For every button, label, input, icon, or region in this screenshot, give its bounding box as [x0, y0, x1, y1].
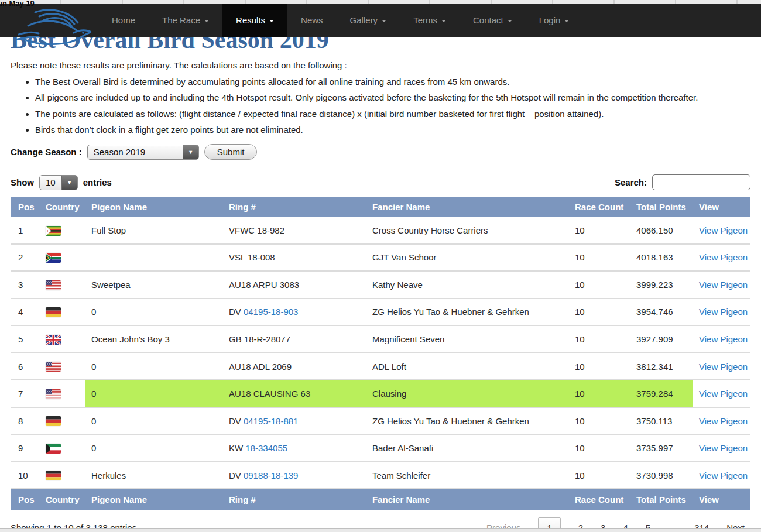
- cell-fancier: GJT Van Schoor: [366, 244, 569, 272]
- cell-pos: 1: [11, 217, 40, 244]
- nav-item-contact[interactable]: Contact: [460, 4, 526, 37]
- cell-fancier: ZG Helios Yu Tao & Huebner & Gehrken: [366, 407, 569, 435]
- cell-pos: 7: [11, 380, 40, 407]
- season-select-value: Season 2019: [88, 145, 183, 159]
- cell-pos: 4: [11, 298, 40, 326]
- page-length-select[interactable]: 10 ▼: [39, 175, 78, 190]
- column-header-fancier-name[interactable]: Fancier Name: [366, 489, 569, 510]
- ring-link[interactable]: 04195-18-903: [244, 307, 298, 317]
- cell-total-points: 3999.223: [630, 271, 693, 298]
- cell-fancier: ADL Loft: [366, 353, 569, 380]
- ring-link[interactable]: 18-334055: [245, 443, 287, 453]
- view-pigeon-link[interactable]: View Pigeon: [699, 443, 748, 453]
- table-row: 7 0AU18 CLAUSING 63Clausing103759.284Vie…: [11, 380, 750, 407]
- cell-race-count: 10: [569, 217, 630, 244]
- change-season-label: Change Season :: [11, 147, 82, 157]
- column-header-pos[interactable]: Pos: [11, 489, 40, 510]
- cell-pos: 9: [11, 434, 40, 462]
- bullet-item: All pigeons are included up to and inclu…: [35, 92, 750, 104]
- table-row: 5 Ocean John's Boy 3GB 18-R-28077Magnifi…: [11, 325, 750, 353]
- column-header-ring-[interactable]: Ring #: [223, 489, 366, 510]
- chevron-down-icon: [204, 20, 209, 22]
- cell-total-points: 3735.997: [630, 434, 693, 462]
- nav-item-home[interactable]: Home: [98, 4, 149, 37]
- view-pigeon-link[interactable]: View Pigeon: [699, 334, 748, 344]
- flag-kw-icon: [46, 442, 61, 452]
- nav-item-label: Home: [112, 15, 135, 25]
- chevron-down-icon: [508, 20, 512, 22]
- cell-race-count: 10: [569, 298, 630, 326]
- cell-race-count: 10: [569, 434, 630, 462]
- cell-fancier: Bader Al-Sanafi: [366, 434, 569, 462]
- results-table: PosCountryPigeon NameRing #Fancier NameR…: [11, 197, 750, 510]
- cell-pigeon-name: Ocean John's Boy 3: [85, 325, 223, 353]
- nav-item-login[interactable]: Login: [526, 4, 583, 37]
- view-pigeon-link[interactable]: View Pigeon: [699, 362, 748, 372]
- cell-pos: 5: [11, 325, 40, 353]
- flag-za-icon: [46, 252, 61, 262]
- column-header-race-count[interactable]: Race Count: [569, 489, 630, 510]
- nav-item-the-race[interactable]: The Race: [149, 4, 222, 37]
- column-header-ring-[interactable]: Ring #: [223, 197, 366, 217]
- cell-fancier: Magnificent Seven: [366, 325, 569, 353]
- column-header-pos[interactable]: Pos: [11, 197, 40, 217]
- cell-ring: KW 18-334055: [223, 434, 366, 462]
- view-pigeon-link[interactable]: View Pigeon: [699, 416, 748, 426]
- cell-total-points: 3730.998: [630, 462, 693, 489]
- bullet-list: The Best Overall Bird is determined by a…: [26, 76, 750, 136]
- view-pigeon-link[interactable]: View Pigeon: [699, 252, 748, 262]
- nav-item-terms[interactable]: Terms: [400, 4, 460, 37]
- column-header-country[interactable]: Country: [40, 489, 85, 510]
- column-header-pigeon-name[interactable]: Pigeon Name: [85, 197, 223, 217]
- nav-item-gallery[interactable]: Gallery: [337, 4, 400, 37]
- search-label: Search:: [615, 177, 647, 187]
- column-header-country[interactable]: Country: [40, 197, 85, 217]
- flag-de-icon: [46, 470, 61, 480]
- table-row: 6 0AU18 ADL 2069ADL Loft103812.341View P…: [11, 353, 750, 380]
- cell-pos: 6: [11, 353, 40, 380]
- cell-pos: 3: [11, 271, 40, 298]
- cell-pigeon-name: Full Stop: [85, 217, 223, 244]
- chevron-down-icon: [441, 20, 446, 22]
- nav-item-news[interactable]: News: [287, 4, 337, 37]
- column-header-view[interactable]: View: [693, 489, 750, 510]
- column-header-pigeon-name[interactable]: Pigeon Name: [85, 489, 223, 510]
- view-pigeon-link[interactable]: View Pigeon: [699, 225, 748, 235]
- cell-view: View Pigeon: [693, 407, 750, 435]
- cell-view: View Pigeon: [693, 271, 750, 298]
- nav-item-results[interactable]: Results: [222, 4, 287, 37]
- season-select[interactable]: Season 2019 ▼: [87, 145, 199, 160]
- cell-ring: VSL 18-008: [223, 244, 366, 272]
- cell-fancier: Kathy Neave: [366, 271, 569, 298]
- view-pigeon-link[interactable]: View Pigeon: [699, 280, 748, 290]
- cell-ring: AU18 CLAUSING 63: [223, 380, 366, 407]
- table-row: 10 HerkulesDV 09188-18-139Team Schleifer…: [11, 462, 750, 489]
- column-header-fancier-name[interactable]: Fancier Name: [366, 197, 569, 217]
- main-nav: HomeThe RaceResultsNewsGalleryTermsConta…: [0, 4, 761, 37]
- submit-button[interactable]: Submit: [204, 144, 258, 160]
- flag-de-icon: [46, 416, 61, 425]
- cell-ring: VFWC 18-982: [223, 217, 366, 244]
- cell-view: View Pigeon: [693, 325, 750, 353]
- search-input[interactable]: [652, 174, 750, 190]
- cell-country: [40, 407, 85, 435]
- cell-pos: 10: [11, 462, 40, 489]
- ring-link[interactable]: 09188-18-139: [244, 471, 298, 480]
- cell-view: View Pigeon: [693, 353, 750, 380]
- column-header-view[interactable]: View: [693, 197, 750, 217]
- cell-fancier: ZG Helios Yu Tao & Huebner & Gehrken: [366, 298, 569, 326]
- ring-link[interactable]: 04195-18-881: [244, 416, 298, 426]
- show-entries-control: Show 10 ▼ entries: [11, 175, 112, 190]
- cell-pigeon-name: 0: [85, 353, 223, 380]
- cell-country: [40, 298, 85, 326]
- view-pigeon-link[interactable]: View Pigeon: [699, 389, 748, 399]
- column-header-total-points[interactable]: Total Points: [630, 489, 693, 510]
- view-pigeon-link[interactable]: View Pigeon: [699, 471, 748, 480]
- column-header-race-count[interactable]: Race Count: [569, 197, 630, 217]
- cell-ring: DV 04195-18-903: [223, 298, 366, 326]
- view-pigeon-link[interactable]: View Pigeon: [699, 307, 748, 317]
- column-header-total-points[interactable]: Total Points: [630, 197, 693, 217]
- intro-text: Please note these results are preliminar…: [11, 60, 750, 70]
- bullet-item: Birds that don’t clock in a flight get z…: [35, 124, 750, 136]
- cell-race-count: 10: [569, 462, 630, 489]
